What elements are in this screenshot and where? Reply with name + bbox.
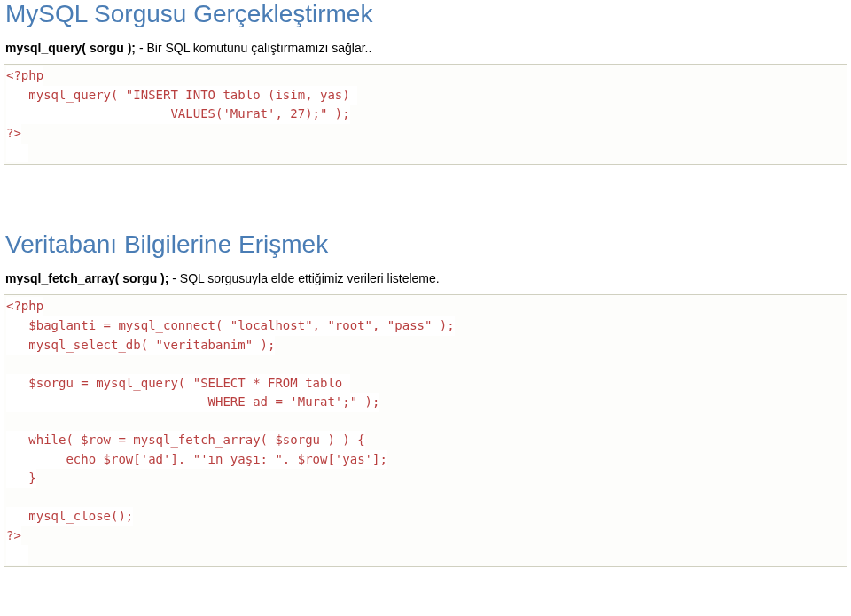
code-line: echo $row['ad']. "'ın yaşı: ". $row['yas… <box>6 450 387 470</box>
code-line: ?> <box>6 124 21 144</box>
code-line <box>6 545 28 565</box>
desc-text: - Bir SQL komutunu çalıştırmamızı sağlar… <box>136 41 371 55</box>
code-line <box>6 144 28 163</box>
code-line: $sorgu = mysql_query( "SELECT * FROM tab… <box>6 374 350 394</box>
code-line: mysql_close(); <box>6 507 133 526</box>
code-line: mysql_select_db( "veritabanim" ); <box>6 336 275 355</box>
heading-mysql-query: MySQL Sorgusu Gerçekleştirmek <box>0 0 851 28</box>
desc-bold: mysql_query( sorgu ); <box>5 41 136 55</box>
desc-text: - SQL sorgusuyla elde ettiğimiz verileri… <box>168 271 439 285</box>
code-line: mysql_query( "INSERT INTO tablo (isim, y… <box>6 86 357 105</box>
code-line: <?php <box>6 297 43 316</box>
code-line: $baglanti = mysql_connect( "localhost", … <box>6 316 455 336</box>
code-line: VALUES('Murat', 27);" ); <box>6 105 350 124</box>
desc-fetch-array: mysql_fetch_array( sorgu ); - SQL sorgus… <box>0 271 851 285</box>
desc-mysql-query: mysql_query( sorgu ); - Bir SQL komutunu… <box>0 41 851 55</box>
code-block-2: <?php $baglanti = mysql_connect( "localh… <box>4 294 847 567</box>
section-mysql-query: MySQL Sorgusu Gerçekleştirmek mysql_quer… <box>0 0 851 165</box>
code-line: } <box>6 469 36 488</box>
section-gap <box>0 168 851 230</box>
heading-fetch-array: Veritabanı Bilgilerine Erişmek <box>0 230 851 259</box>
code-block-1: <?php mysql_query( "INSERT INTO tablo (i… <box>4 64 847 165</box>
code-line: while( $row = mysql_fetch_array( $sorgu … <box>6 431 365 450</box>
section-fetch-array: Veritabanı Bilgilerine Erişmek mysql_fet… <box>0 230 851 567</box>
code-line: <?php <box>6 66 43 86</box>
desc-bold: mysql_fetch_array( sorgu ); <box>5 271 168 285</box>
code-line: ?> <box>6 526 21 546</box>
code-line: WHERE ad = 'Murat';" ); <box>6 393 379 412</box>
